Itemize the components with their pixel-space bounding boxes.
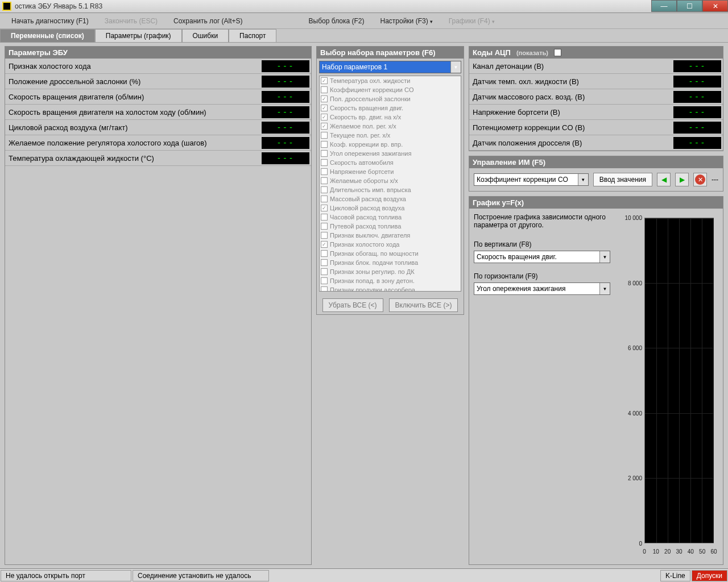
checkbox-item[interactable]: Напряжение бортсети [320, 167, 461, 176]
param-checkbox-list[interactable]: ✓Температура охл. жидкостиКоэффициент ко… [319, 76, 461, 292]
param-row[interactable]: Температура охлаждающей жидкости (°C)--- [5, 151, 311, 166]
param-row[interactable]: Желаемое положение регулятора холостого … [5, 135, 311, 151]
maximize-button[interactable]: ☐ [677, 0, 702, 12]
vertical-axis-select[interactable]: Скорость вращения двиг. ▼ [474, 251, 610, 263]
checkbox[interactable] [321, 150, 328, 157]
enable-all-button[interactable]: Включить ВСЕ (>) [389, 298, 458, 312]
param-row[interactable]: Цикловой расход воздуха (мг/такт)--- [5, 120, 311, 135]
tab-errors[interactable]: Ошибки [182, 29, 229, 42]
checkbox-item[interactable]: Длительность имп. впрыска [320, 185, 461, 194]
tab-passport[interactable]: Паспорт [229, 29, 276, 42]
checkbox-item[interactable]: Признак зоны регулир. по ДК [320, 267, 461, 276]
adc-label: Потенциометр коррекции CO (В) [469, 123, 673, 132]
adc-row[interactable]: Датчик массового расх. возд. (В)--- [469, 89, 723, 105]
checkbox-item[interactable]: Признак блок. подачи топлива [320, 258, 461, 267]
checkbox-item[interactable]: Скорость автомобиля [320, 158, 461, 167]
menu-graphs: Графики (F4) [449, 17, 495, 25]
checkbox[interactable] [321, 259, 328, 266]
checkbox-label: Признак выключ. двигателя [330, 232, 410, 239]
checkbox-item[interactable]: Признак продувки адсорбера [320, 285, 461, 292]
checkbox-item[interactable]: Угол опережения зажигания [320, 149, 461, 158]
checkbox[interactable]: ✓ [321, 105, 328, 111]
adc-value: --- [673, 106, 721, 118]
adc-row[interactable]: Канал детонации (В)--- [469, 59, 723, 74]
checkbox[interactable] [321, 186, 328, 193]
panel-header: Коды АЦП [473, 48, 511, 57]
param-set-select[interactable]: Набор параметров 1 ▼ [319, 61, 461, 73]
cancel-button[interactable]: ✕ [693, 173, 707, 186]
checkbox-item[interactable]: ✓Признак холостого хода [320, 240, 461, 249]
checkbox-item[interactable]: Признак обогащ. по мощности [320, 249, 461, 258]
checkbox-item[interactable]: Признак выключ. двигателя [320, 231, 461, 240]
dropdown-icon[interactable]: ▼ [450, 61, 461, 73]
dropdown-icon[interactable]: ▼ [599, 283, 610, 294]
menu-settings[interactable]: Настройки (F3) [380, 17, 432, 25]
checkbox-item[interactable]: ✓Пол. дроссельной заслонки [320, 94, 461, 103]
checkbox-item[interactable]: Массовый расход воздуха [320, 194, 461, 203]
checkbox-item[interactable]: ✓Цикловой расход воздуха [320, 203, 461, 213]
checkbox[interactable] [321, 223, 328, 230]
param-label: Скорость вращения двигателя на холостом … [5, 108, 262, 117]
checkbox-item[interactable]: ✓Температура охл. жидкости [320, 76, 461, 85]
checkbox[interactable] [321, 168, 328, 175]
panel-adc: Коды АЦП (показать) ✓ Канал детонации (В… [469, 46, 723, 151]
checkbox[interactable]: ✓ [321, 77, 328, 84]
checkbox-item[interactable]: Текущее пол. рег. х/х [320, 131, 461, 140]
checkbox[interactable] [321, 232, 328, 239]
checkbox-item[interactable]: Часовой расход топлива [320, 213, 461, 222]
checkbox[interactable] [321, 159, 328, 166]
checkbox[interactable] [321, 132, 328, 139]
adc-row[interactable]: Потенциометр коррекции CO (В)--- [469, 120, 723, 135]
checkbox[interactable] [321, 86, 328, 93]
menu-save-log[interactable]: Сохранить лог (Alt+S) [173, 17, 243, 25]
minimize-button[interactable]: — [651, 0, 677, 12]
checkbox-item[interactable]: ✓Скорость вращения двиг. [320, 103, 461, 113]
dropdown-icon[interactable]: ▼ [578, 174, 588, 185]
checkbox[interactable]: ✓ [321, 123, 328, 130]
param-value: --- [262, 122, 309, 134]
next-button[interactable]: ▶ [675, 173, 689, 186]
adc-row[interactable]: Датчик темп. охл. жидкости (В)--- [469, 74, 723, 89]
prev-button[interactable]: ◀ [657, 173, 671, 186]
checkbox-item[interactable]: Путевой расход топлива [320, 222, 461, 231]
adc-row[interactable]: Датчик положения дросселя (В)--- [469, 135, 723, 151]
checkbox[interactable] [321, 196, 328, 202]
tab-variables[interactable]: Переменные (список) [0, 29, 95, 42]
checkbox-label: Часовой расход топлива [330, 214, 402, 221]
adc-row[interactable]: Напряжение бортсети (В)--- [469, 105, 723, 120]
x-tick-label: 60 [710, 548, 717, 555]
im-param-select[interactable]: Коэффициент коррекции CO ▼ [474, 173, 589, 186]
checkbox[interactable] [321, 277, 328, 284]
param-label: Цикловой расход воздуха (мг/такт) [5, 123, 262, 132]
checkbox[interactable] [321, 141, 328, 148]
checkbox[interactable] [321, 250, 328, 257]
close-button[interactable]: ✕ [702, 0, 728, 12]
checkbox-item[interactable]: Признак попад. в зону детон. [320, 276, 461, 285]
remove-all-button[interactable]: Убрать ВСЕ (<) [322, 298, 383, 312]
menu-start-diagnostics[interactable]: Начать диагностику (F1) [11, 17, 89, 25]
checkbox[interactable] [321, 214, 328, 221]
checkbox-item[interactable]: Коэф. коррекции вр. впр. [320, 140, 461, 149]
checkbox[interactable] [321, 286, 328, 292]
tab-parameters-graph[interactable]: Параметры (график) [95, 29, 182, 42]
param-row[interactable]: Признак холостого хода--- [5, 59, 311, 74]
enter-value-button[interactable]: Ввод значения [593, 173, 652, 186]
checkbox[interactable] [321, 177, 328, 184]
checkbox[interactable]: ✓ [321, 95, 328, 102]
param-row[interactable]: Положение дроссельной заслонки (%)--- [5, 74, 311, 89]
checkbox-item[interactable]: ✓Скорость вр. двиг. на х/х [320, 113, 461, 122]
checkbox[interactable]: ✓ [321, 205, 328, 211]
checkbox-item[interactable]: Желаемые обороты х/х [320, 176, 461, 185]
checkbox-item[interactable]: ✓Желаемое пол. рег. х/х [320, 122, 461, 131]
param-row[interactable]: Скорость вращения двигателя (об/мин)--- [5, 89, 311, 105]
adc-show-checkbox[interactable]: ✓ [554, 49, 561, 56]
param-row[interactable]: Скорость вращения двигателя на холостом … [5, 105, 311, 120]
checkbox[interactable]: ✓ [321, 241, 328, 248]
checkbox[interactable] [321, 268, 328, 275]
checkbox[interactable]: ✓ [321, 114, 328, 120]
checkbox-item[interactable]: Коэффициент коррекции CO [320, 85, 461, 94]
dropdown-icon[interactable]: ▼ [599, 251, 610, 263]
horizontal-axis-select[interactable]: Угол опережения зажигания ▼ [474, 282, 610, 295]
status-dopuski[interactable]: Допуски [692, 570, 727, 581]
menu-select-block[interactable]: Выбор блока (F2) [309, 17, 365, 25]
